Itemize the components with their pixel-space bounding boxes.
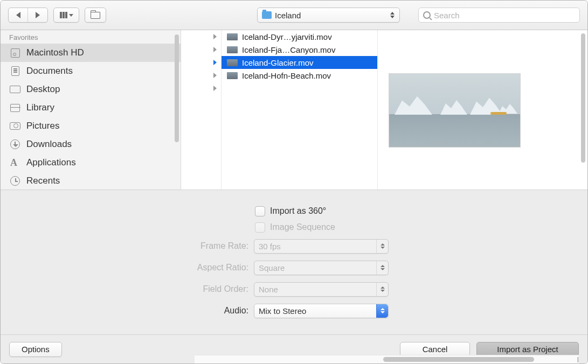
triangle-right-icon <box>213 86 217 91</box>
sidebar-item-macintosh-hd[interactable]: Macintosh HD <box>1 44 181 62</box>
preview-thumbnail <box>389 73 521 148</box>
updown-icon <box>376 304 388 318</box>
options-button[interactable]: Options <box>9 342 62 357</box>
image-sequence-label: Image Sequence <box>270 222 335 232</box>
file-row[interactable]: Iceland-Hofn-Beach.mov <box>222 69 377 82</box>
import-360-checkbox-row: Import as 360° <box>1 203 587 219</box>
triangle-right-icon <box>213 73 217 78</box>
desk-icon <box>9 85 21 94</box>
sidebar-item-applications[interactable]: AApplications <box>1 153 181 172</box>
file-row[interactable]: Iceland-Dyr…yjarviti.mov <box>222 30 377 43</box>
movie-thumb-icon <box>227 72 238 79</box>
lib-icon <box>9 103 21 113</box>
preview-column <box>378 30 587 190</box>
sidebar-item-documents[interactable]: Documents <box>1 62 181 80</box>
column-view: Iceland-Dyr…yjarviti.movIceland-Fja…Cany… <box>181 30 587 190</box>
sidebar-item-label: Documents <box>26 66 73 76</box>
dl-icon <box>9 139 21 149</box>
framerate-value: 30 fps <box>259 242 281 251</box>
parent-row[interactable] <box>181 56 221 69</box>
view-mode-button[interactable] <box>53 8 79 23</box>
file-name: Iceland-Hofn-Beach.mov <box>242 71 331 80</box>
import-360-label: Import as 360° <box>270 206 326 216</box>
sidebar-item-library[interactable]: Library <box>1 99 181 117</box>
nav-back-forward <box>8 8 48 23</box>
scrollbar-horizontal[interactable]: || <box>195 355 579 363</box>
file-name: Iceland-Dyr…yjarviti.mov <box>242 32 332 41</box>
chevron-left-icon <box>16 12 20 18</box>
triangle-right-icon <box>213 47 217 52</box>
forward-button[interactable] <box>28 8 47 22</box>
parent-row[interactable] <box>181 43 221 56</box>
chevron-right-icon <box>36 12 40 18</box>
sidebar-item-label: Macintosh HD <box>26 47 84 58</box>
updown-icon <box>390 11 395 19</box>
sidebar-item-label: Downloads <box>26 139 72 150</box>
file-row[interactable]: Iceland-Glacier.mov <box>222 56 377 69</box>
aspect-ratio-label: Aspect Ratio: <box>1 263 254 272</box>
chevron-down-icon <box>69 14 73 17</box>
file-name: Iceland-Fja…Canyon.mov <box>242 45 335 54</box>
sidebar-item-label: Applications <box>26 157 76 168</box>
updown-icon <box>376 240 388 253</box>
path-label: Iceland <box>275 11 386 20</box>
browser-area: Favorites Macintosh HDDocumentsDesktopLi… <box>1 30 587 190</box>
cam-icon <box>9 121 21 131</box>
scrollbar-vertical[interactable] <box>175 34 179 142</box>
audio-value: Mix to Stereo <box>259 306 306 316</box>
parent-row[interactable] <box>181 30 221 43</box>
movie-thumb-icon <box>227 59 238 66</box>
path-popup[interactable]: Iceland <box>257 8 400 23</box>
toolbar: Iceland <box>1 1 587 30</box>
app-icon: A <box>9 158 21 167</box>
sidebar-item-label: Desktop <box>26 84 60 95</box>
columns-icon <box>60 12 67 18</box>
sidebar-item-pictures[interactable]: Pictures <box>1 117 181 135</box>
rec-icon <box>9 176 21 186</box>
doc-icon <box>9 66 21 76</box>
image-sequence-checkbox-row: Image Sequence <box>1 219 587 235</box>
search-input[interactable] <box>434 11 575 20</box>
triangle-right-icon <box>213 34 217 39</box>
import-options-panel: Import as 360° Image Sequence Frame Rate… <box>1 190 587 334</box>
field-order-value: None <box>259 285 278 294</box>
sidebar: Favorites Macintosh HDDocumentsDesktopLi… <box>1 30 181 190</box>
sidebar-item-label: Library <box>26 102 54 113</box>
sidebar-item-downloads[interactable]: Downloads <box>1 135 181 153</box>
folder-icon <box>91 12 100 19</box>
folder-icon <box>262 11 272 19</box>
movie-thumb-icon <box>227 33 238 40</box>
sidebar-item-recents[interactable]: Recents <box>1 172 181 190</box>
sidebar-section-header: Favorites <box>1 30 181 44</box>
field-order-popup: None <box>254 282 389 297</box>
search-icon <box>423 11 431 19</box>
parent-column <box>181 30 222 190</box>
movie-thumb-icon <box>227 46 238 53</box>
sidebar-item-desktop[interactable]: Desktop <box>1 80 181 99</box>
back-button[interactable] <box>9 8 28 22</box>
scrollbar-vertical[interactable] <box>581 33 585 163</box>
parent-row[interactable] <box>181 82 221 95</box>
updown-icon <box>376 283 388 296</box>
sidebar-item-label: Pictures <box>26 121 59 131</box>
search-field[interactable] <box>418 8 580 23</box>
updown-icon <box>376 261 388 275</box>
import-dialog: Iceland Favorites Macintosh HDDocumentsD… <box>0 0 588 364</box>
triangle-right-icon <box>213 60 217 65</box>
field-order-label: Field Order: <box>1 284 254 294</box>
hd-icon <box>9 48 21 58</box>
import-360-checkbox[interactable] <box>255 206 265 216</box>
scrollbar-thumb[interactable] <box>383 357 534 362</box>
sidebar-item-label: Recents <box>26 176 60 186</box>
framerate-popup: 30 fps <box>254 239 389 254</box>
group-button[interactable] <box>85 8 106 23</box>
audio-label: Audio: <box>1 306 254 316</box>
file-column: Iceland-Dyr…yjarviti.movIceland-Fja…Cany… <box>222 30 378 190</box>
file-name: Iceland-Glacier.mov <box>242 58 314 67</box>
aspect-ratio-popup: Square <box>254 261 389 275</box>
audio-popup[interactable]: Mix to Stereo <box>254 304 389 318</box>
framerate-label: Frame Rate: <box>1 241 254 251</box>
aspect-ratio-value: Square <box>259 263 285 272</box>
parent-row[interactable] <box>181 69 221 82</box>
file-row[interactable]: Iceland-Fja…Canyon.mov <box>222 43 377 56</box>
